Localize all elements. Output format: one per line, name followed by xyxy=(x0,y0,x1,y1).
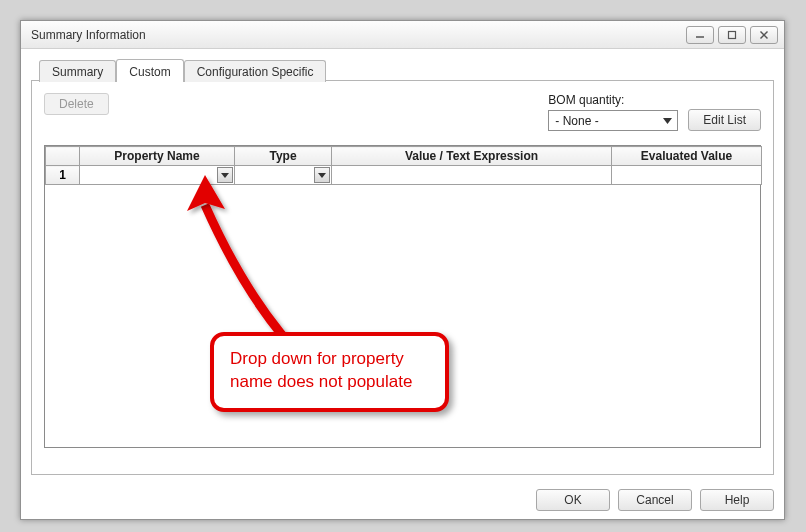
maximize-icon xyxy=(727,30,737,40)
bom-quantity-dropdown[interactable]: - None - xyxy=(548,110,678,131)
col-rownum xyxy=(46,147,80,166)
dialog-button-row: OK Cancel Help xyxy=(536,489,774,511)
chevron-down-icon xyxy=(318,173,326,178)
table-row: 1 xyxy=(46,166,762,185)
delete-button[interactable]: Delete xyxy=(44,93,109,115)
svg-marker-5 xyxy=(221,173,229,178)
client-area: Summary Custom Configuration Specific De… xyxy=(21,49,784,519)
ok-button[interactable]: OK xyxy=(536,489,610,511)
col-type[interactable]: Type xyxy=(235,147,332,166)
tab-panel-custom: Delete BOM quantity: - None - Edit List xyxy=(31,80,774,475)
svg-rect-1 xyxy=(729,31,736,38)
edit-list-button[interactable]: Edit List xyxy=(688,109,761,131)
annotation-text: Drop down for property name does not pop… xyxy=(230,349,412,391)
chevron-down-icon xyxy=(660,113,675,128)
close-button[interactable] xyxy=(750,26,778,44)
cell-value-expression[interactable] xyxy=(332,166,612,185)
bom-quantity-value: - None - xyxy=(555,114,660,128)
svg-marker-6 xyxy=(318,173,326,178)
top-row: Delete BOM quantity: - None - Edit List xyxy=(44,93,761,131)
row-number: 1 xyxy=(46,166,80,185)
summary-information-window: Summary Information Summary Custom Confi… xyxy=(20,20,785,520)
col-value-expression[interactable]: Value / Text Expression xyxy=(332,147,612,166)
property-name-dropdown-button[interactable] xyxy=(217,167,233,183)
chevron-down-icon xyxy=(221,173,229,178)
tab-custom[interactable]: Custom xyxy=(116,59,183,82)
col-property-name[interactable]: Property Name xyxy=(80,147,235,166)
tab-strip: Summary Custom Configuration Specific xyxy=(31,57,774,81)
cell-evaluated-value xyxy=(612,166,762,185)
minimize-button[interactable] xyxy=(686,26,714,44)
annotation-callout: Drop down for property name does not pop… xyxy=(210,332,449,412)
cell-type[interactable] xyxy=(235,166,332,185)
cell-property-name[interactable] xyxy=(80,166,235,185)
tab-configuration-specific[interactable]: Configuration Specific xyxy=(184,60,327,82)
maximize-button[interactable] xyxy=(718,26,746,44)
bom-quantity-label: BOM quantity: xyxy=(548,93,678,107)
window-title: Summary Information xyxy=(31,28,682,42)
svg-marker-4 xyxy=(663,118,672,124)
type-dropdown-button[interactable] xyxy=(314,167,330,183)
minimize-icon xyxy=(695,30,705,40)
help-button[interactable]: Help xyxy=(700,489,774,511)
cancel-button[interactable]: Cancel xyxy=(618,489,692,511)
titlebar: Summary Information xyxy=(21,21,784,49)
tab-summary[interactable]: Summary xyxy=(39,60,116,82)
close-icon xyxy=(759,30,769,40)
bom-quantity-block: BOM quantity: - None - xyxy=(548,93,678,131)
grid-header-row: Property Name Type Value / Text Expressi… xyxy=(46,147,762,166)
col-evaluated-value[interactable]: Evaluated Value xyxy=(612,147,762,166)
